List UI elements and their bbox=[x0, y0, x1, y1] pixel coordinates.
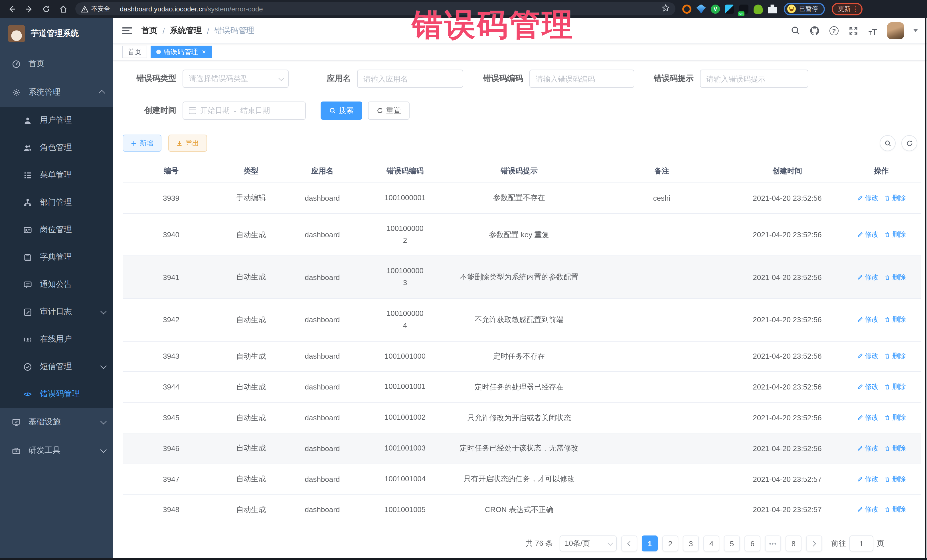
search-button[interactable]: 搜索 bbox=[321, 102, 362, 120]
sidebar-item-dept[interactable]: 部门管理 bbox=[0, 189, 113, 216]
export-button[interactable]: 导出 bbox=[168, 135, 207, 152]
sidebar-item-audit[interactable]: 审计日志 bbox=[0, 298, 113, 326]
chrome-update-button[interactable]: 更新 bbox=[832, 3, 863, 15]
logo-avatar bbox=[8, 25, 25, 42]
sidebar-item-user[interactable]: 用户管理 bbox=[0, 107, 113, 134]
page-button-1[interactable]: 1 bbox=[642, 536, 658, 552]
sidebar-item-post[interactable]: 岗位管理 bbox=[0, 216, 113, 243]
sidebar-item-system[interactable]: 系统管理 bbox=[0, 78, 113, 107]
breadcrumb-section[interactable]: 系统管理 bbox=[170, 25, 202, 36]
page-button-6[interactable]: 6 bbox=[745, 536, 760, 552]
logo[interactable]: 芋道管理系统 bbox=[0, 18, 113, 50]
page-content: 错误码类型 请选择错误码类型 应用名 错误码编码 错误码提示 创建时间 bbox=[113, 61, 927, 558]
edit-link[interactable]: 修改 bbox=[857, 474, 878, 484]
delete-link[interactable]: 删除 bbox=[884, 272, 906, 282]
date-range-picker[interactable]: 开始日期 - 结束日期 bbox=[182, 102, 306, 120]
delete-link[interactable]: 删除 bbox=[884, 193, 906, 203]
page-button-8[interactable]: 8 bbox=[786, 536, 801, 552]
breadcrumb-current: 错误码管理 bbox=[214, 25, 254, 36]
extension-gem-icon[interactable] bbox=[696, 4, 706, 14]
trash-icon bbox=[884, 414, 891, 421]
error-type-select[interactable]: 请选择错误码类型 bbox=[182, 70, 289, 88]
extension-key-icon[interactable] bbox=[754, 4, 763, 14]
goto-page-input[interactable] bbox=[849, 536, 873, 552]
error-code-input[interactable] bbox=[529, 70, 634, 88]
reload-icon[interactable] bbox=[41, 4, 51, 14]
sidebar-item-home[interactable]: 首页 bbox=[0, 50, 113, 78]
sidebar-item-online[interactable]: 在线用户 bbox=[0, 326, 113, 353]
forward-icon[interactable] bbox=[24, 4, 34, 14]
error-msg-input[interactable] bbox=[700, 70, 808, 88]
delete-link[interactable]: 删除 bbox=[884, 505, 906, 514]
font-size-icon[interactable]: TT bbox=[868, 25, 878, 36]
avatar-caret-icon[interactable] bbox=[913, 29, 918, 32]
edit-link[interactable]: 修改 bbox=[857, 382, 878, 392]
delete-link[interactable]: 删除 bbox=[884, 413, 906, 423]
sidebar-item-notice[interactable]: 通知公告 bbox=[0, 271, 113, 298]
sidebar-item-role[interactable]: 角色管理 bbox=[0, 134, 113, 161]
chrome-menu-icon[interactable] bbox=[855, 6, 856, 12]
delete-link[interactable]: 删除 bbox=[884, 352, 906, 361]
sidebar-item-infra[interactable]: 基础设施 bbox=[0, 408, 113, 436]
cell-id: 3948 bbox=[123, 495, 220, 525]
page-ellipsis-button[interactable]: ••• bbox=[765, 536, 781, 552]
sidebar-item-label: 字典管理 bbox=[40, 252, 105, 262]
breadcrumb-home[interactable]: 首页 bbox=[141, 25, 158, 36]
page-button-2[interactable]: 2 bbox=[662, 536, 678, 552]
edit-link[interactable]: 修改 bbox=[857, 413, 878, 423]
back-icon[interactable] bbox=[7, 4, 17, 14]
prev-page-button[interactable] bbox=[621, 536, 637, 552]
sidebar-item-menu[interactable]: 菜单管理 bbox=[0, 161, 113, 189]
home-icon[interactable] bbox=[58, 4, 68, 14]
extension-orange-icon[interactable] bbox=[682, 4, 691, 14]
cell-actions: 修改删除 bbox=[842, 214, 921, 256]
extension-grid-icon[interactable] bbox=[725, 4, 734, 14]
edit-link[interactable]: 修改 bbox=[857, 272, 878, 282]
reset-button[interactable]: 重置 bbox=[368, 102, 410, 120]
tag-home[interactable]: 首页 bbox=[122, 46, 147, 58]
app-name-input[interactable] bbox=[357, 70, 463, 88]
page-size-select[interactable]: 10条/页 bbox=[559, 536, 617, 552]
security-chip[interactable]: 不安全 bbox=[81, 5, 110, 13]
address-bar[interactable]: 不安全 dashboard.yudao.iocoder.cn/system/er… bbox=[75, 2, 675, 15]
github-icon[interactable] bbox=[810, 25, 820, 36]
cell-app: dashboard bbox=[283, 464, 362, 495]
tag-errcode[interactable]: 错误码管理 × bbox=[150, 46, 212, 58]
edit-link[interactable]: 修改 bbox=[857, 193, 878, 203]
sidebar-item-tools[interactable]: 研发工具 bbox=[0, 436, 113, 465]
edit-link[interactable]: 修改 bbox=[857, 352, 878, 361]
extension-green-icon[interactable]: V bbox=[711, 4, 720, 14]
profile-paused-chip[interactable]: 已暂停 bbox=[784, 3, 825, 15]
edit-link[interactable]: 修改 bbox=[857, 230, 878, 240]
delete-link[interactable]: 删除 bbox=[884, 382, 906, 392]
bookmark-star-icon[interactable] bbox=[662, 4, 670, 14]
page-button-4[interactable]: 4 bbox=[704, 536, 719, 552]
delete-link[interactable]: 删除 bbox=[884, 315, 906, 325]
refresh-table-button[interactable] bbox=[901, 135, 917, 151]
page-button-5[interactable]: 5 bbox=[724, 536, 740, 552]
help-icon[interactable]: ? bbox=[829, 25, 839, 36]
fullscreen-icon[interactable] bbox=[848, 25, 859, 36]
browser-toolbar: 不安全 dashboard.yudao.iocoder.cn/system/er… bbox=[0, 0, 927, 18]
delete-link[interactable]: 删除 bbox=[884, 474, 906, 484]
toggle-search-button[interactable] bbox=[880, 135, 896, 151]
cell-actions: 修改删除 bbox=[842, 256, 921, 299]
add-button[interactable]: 新增 bbox=[123, 135, 161, 152]
edit-link[interactable]: 修改 bbox=[857, 315, 878, 325]
extensions-puzzle-icon[interactable] bbox=[768, 4, 777, 14]
delete-link[interactable]: 删除 bbox=[884, 230, 906, 240]
table-row: 3943自动生成dashboard1001001000定时任务不存在2021-0… bbox=[123, 341, 921, 372]
header-search-icon[interactable] bbox=[790, 25, 800, 36]
tag-close-icon[interactable]: × bbox=[202, 49, 206, 55]
next-page-button[interactable] bbox=[806, 536, 822, 552]
avatar[interactable] bbox=[887, 22, 904, 39]
delete-link[interactable]: 删除 bbox=[884, 444, 906, 453]
page-button-3[interactable]: 3 bbox=[683, 536, 699, 552]
edit-link[interactable]: 修改 bbox=[857, 505, 878, 514]
sidebar-item-sms[interactable]: 短信管理 bbox=[0, 353, 113, 380]
hamburger-icon[interactable] bbox=[122, 27, 132, 34]
edit-link[interactable]: 修改 bbox=[857, 444, 878, 453]
extension-switchyomega-icon[interactable]: on bbox=[739, 4, 748, 14]
sidebar-item-dict[interactable]: 字典管理 bbox=[0, 243, 113, 271]
sidebar-item-errcode[interactable]: </> 错误码管理 bbox=[0, 380, 113, 408]
